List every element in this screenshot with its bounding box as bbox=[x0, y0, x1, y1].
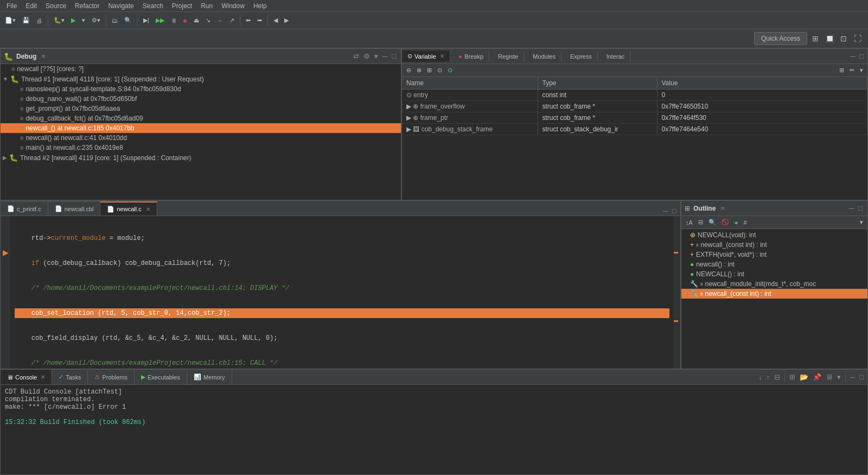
menu-navigate[interactable]: Navigate bbox=[104, 1, 138, 11]
open-type-btn[interactable]: 🔍 bbox=[122, 15, 135, 26]
outline-sort-btn[interactable]: ↕A bbox=[684, 218, 695, 227]
var-layout-btn[interactable]: ⊞ bbox=[425, 66, 434, 75]
var-row-frame-ptr[interactable]: ▶ ⊕ frame_ptr struct cob_frame * 0x7ffe7… bbox=[402, 112, 867, 124]
frame4-selected[interactable]: ≡ newcall_() at newcall.c:185 0x4017bb bbox=[1, 123, 401, 133]
tab-c-printf[interactable]: 📄 c_printf.c bbox=[1, 201, 48, 216]
tab-breakp[interactable]: ● Breakp bbox=[454, 51, 490, 62]
var-minimize-btn[interactable]: ─ bbox=[848, 52, 857, 61]
run-dropdown[interactable]: ▾ bbox=[79, 15, 88, 26]
debug-close[interactable]: ✕ bbox=[41, 53, 46, 59]
editor-minimize-btn[interactable]: ─ bbox=[661, 206, 669, 216]
maximize-icon[interactable]: ⛶ bbox=[852, 33, 864, 45]
thread1-partial[interactable]: ≡ newcall [??5] [cores: ?] bbox=[1, 64, 401, 74]
perspective-icon[interactable]: 🔲 bbox=[824, 33, 835, 45]
menu-run[interactable]: Run bbox=[196, 1, 217, 11]
thread1-item[interactable]: ▼ 🐛 Thread #1 [newcall] 4118 [core: 1] (… bbox=[1, 74, 401, 84]
console-display2-btn[interactable]: ▾ bbox=[835, 372, 843, 382]
tab-interac[interactable]: Interac bbox=[601, 51, 631, 62]
tab-modules[interactable]: Modules bbox=[527, 51, 561, 62]
outline-item-5[interactable]: 🔧 s newcall_module_init(mds_t*, cob_moc bbox=[681, 279, 867, 289]
outline-minimize-btn[interactable]: ─ bbox=[847, 204, 856, 213]
var-row-entry[interactable]: ⊙ entry const int 0 bbox=[402, 90, 867, 101]
open-perspective-icon[interactable]: ⊞ bbox=[809, 33, 821, 45]
stepreturn-btn[interactable]: ↗ bbox=[227, 15, 237, 26]
quick-access-button[interactable]: Quick Access bbox=[754, 32, 807, 45]
var-collapse-btn[interactable]: ⊖ bbox=[404, 66, 413, 75]
outline-item-3[interactable]: ● newcall() : int bbox=[681, 259, 867, 269]
debug-select-frames-btn[interactable]: ⇄ bbox=[352, 52, 361, 61]
console-scroll-down-btn[interactable]: ↓ bbox=[757, 372, 764, 382]
tab-newcall-c[interactable]: 📄 newcall.c ✕ bbox=[100, 201, 157, 216]
tab-tasks[interactable]: ✓ Tasks bbox=[52, 370, 88, 385]
var-dropdown-btn[interactable]: ▾ bbox=[858, 66, 865, 75]
save-button[interactable]: 💾 bbox=[20, 15, 33, 26]
debug-toolbar-btn[interactable]: ⚙ bbox=[362, 52, 372, 61]
outline-filter-btn[interactable]: 🔍 bbox=[706, 218, 718, 227]
outline-item-2[interactable]: + EXTFH(void*, void*) : int bbox=[681, 250, 867, 259]
frame5[interactable]: ≡ newcall() at newcall.c:41 0x4010dd bbox=[1, 133, 401, 143]
next-edit-loc-btn[interactable]: ➡ bbox=[254, 15, 265, 26]
var-maximize-btn[interactable]: □ bbox=[858, 52, 865, 61]
debug-dropdown-btn[interactable]: ▾ bbox=[373, 52, 380, 61]
tab-console[interactable]: 🖥 Console ✕ bbox=[1, 370, 52, 385]
console-content[interactable]: CDT Build Console [attachTest] compilati… bbox=[1, 385, 867, 474]
console-open-btn[interactable]: 📂 bbox=[798, 372, 810, 382]
menu-window[interactable]: Window bbox=[217, 1, 249, 11]
console-clear-btn[interactable]: ⊟ bbox=[773, 372, 782, 382]
menu-search[interactable]: Search bbox=[138, 1, 168, 11]
debug-minimize-btn[interactable]: ─ bbox=[381, 52, 389, 61]
external-tools-btn[interactable]: ⚙▾ bbox=[89, 15, 103, 26]
var-settings-btn[interactable]: ⊙ bbox=[445, 66, 455, 75]
thread2-item[interactable]: ▶ 🐛 Thread #2 [newcall] 4119 [core: 1] (… bbox=[1, 153, 401, 163]
next-annot-btn[interactable]: ▶| bbox=[141, 15, 152, 26]
debug-button[interactable]: 🐛▾ bbox=[51, 15, 67, 26]
outline-item-6-selected[interactable]: 🔧 s newcall_(const int) : int bbox=[681, 289, 867, 299]
tab-memory[interactable]: 📊 Memory bbox=[187, 370, 232, 385]
console-display-btn[interactable]: 🖥 bbox=[824, 372, 834, 382]
outline-item-1[interactable]: + s newcall_(const int) : int bbox=[681, 240, 867, 250]
menu-project[interactable]: Project bbox=[168, 1, 196, 11]
menu-help[interactable]: Help bbox=[249, 1, 271, 11]
console-minimize-btn[interactable]: ─ bbox=[848, 372, 857, 382]
print-button[interactable]: 🖨 bbox=[34, 16, 45, 26]
console-new-btn[interactable]: ⊞ bbox=[788, 372, 797, 382]
open-perspective-btn[interactable]: 🗂 bbox=[109, 16, 120, 26]
stepover-btn[interactable]: → bbox=[214, 16, 226, 26]
suspend-btn[interactable]: ⏸ bbox=[168, 16, 180, 26]
outline-circle-btn[interactable]: ● bbox=[732, 218, 741, 227]
menu-refactor[interactable]: Refactor bbox=[71, 1, 104, 11]
var-edit-btn[interactable]: ✏ bbox=[847, 66, 857, 75]
variable-tab-close[interactable]: ✕ bbox=[440, 53, 444, 59]
console-maximize-btn[interactable]: □ bbox=[858, 372, 865, 382]
code-editor[interactable]: rtd->current_module = module; if (cob_de… bbox=[10, 216, 674, 369]
outline-item-4[interactable]: ● NEWCALL() : int bbox=[681, 269, 867, 279]
stop-btn[interactable]: ■ bbox=[181, 16, 190, 26]
console-scroll-up-btn[interactable]: ↑ bbox=[764, 372, 771, 382]
var-row-frame-overflow[interactable]: ▶ ⊕ frame_overflow struct cob_frame * 0x… bbox=[402, 101, 867, 112]
outline-dropdown-btn[interactable]: ▾ bbox=[858, 218, 865, 227]
menu-edit[interactable]: Edit bbox=[21, 1, 41, 11]
debug-maximize-btn[interactable]: □ bbox=[390, 52, 398, 61]
resume-btn[interactable]: ▶▶ bbox=[153, 15, 167, 26]
prev-btn[interactable]: ◀ bbox=[271, 15, 280, 26]
var-row-cob-debug[interactable]: ▶ 🖼 cob_debug_stack_frame struct cob_sta… bbox=[402, 124, 867, 135]
frame0[interactable]: ≡ nanosleep() at syscall-template.S:84 0… bbox=[1, 84, 401, 94]
var-new-btn[interactable]: ⊞ bbox=[837, 66, 846, 75]
tab-problems[interactable]: ⚠ Problems bbox=[88, 370, 134, 385]
next-btn[interactable]: ▶ bbox=[282, 15, 291, 26]
prev-edit-loc-btn[interactable]: ⬅ bbox=[243, 15, 253, 26]
outline-filter2-btn[interactable]: 🚫 bbox=[719, 218, 731, 227]
frame2[interactable]: ≡ get_prompt() at 0x7fbc05d6aaea bbox=[1, 104, 401, 113]
editor-maximize-btn[interactable]: □ bbox=[671, 206, 678, 216]
new-button[interactable]: 📄▾ bbox=[2, 15, 18, 26]
tab-executables[interactable]: ▶ Executables bbox=[135, 370, 187, 385]
tab-registers[interactable]: Registe bbox=[493, 51, 524, 62]
stepinto-btn[interactable]: ↘ bbox=[203, 15, 213, 26]
menu-source[interactable]: Source bbox=[41, 1, 71, 11]
view-menu-icon[interactable]: ⊡ bbox=[838, 33, 850, 45]
console-close[interactable]: ✕ bbox=[41, 374, 45, 380]
var-select-btn[interactable]: ⊙ bbox=[435, 66, 444, 75]
newcall-c-tab-close[interactable]: ✕ bbox=[146, 206, 150, 212]
run-button[interactable]: ▶ bbox=[68, 15, 78, 26]
outline-item-0[interactable]: ⊕ NEWCALL(void): int bbox=[681, 230, 867, 240]
